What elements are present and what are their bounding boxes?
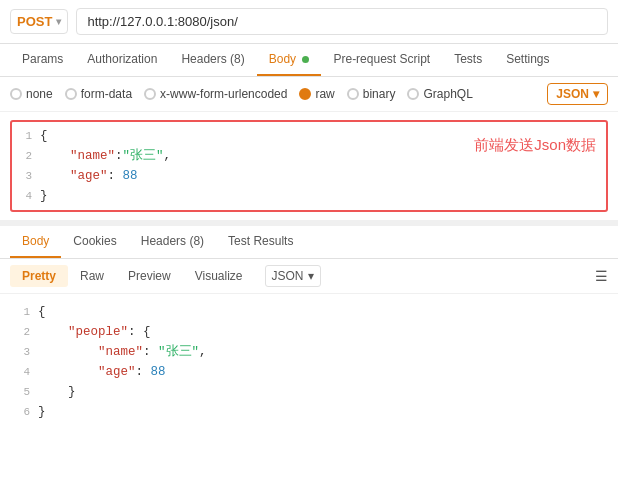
tab-pre-request[interactable]: Pre-request Script bbox=[321, 44, 442, 76]
radio-form-data[interactable] bbox=[65, 88, 77, 100]
view-visualize[interactable]: Visualize bbox=[183, 265, 255, 287]
radio-graphql[interactable] bbox=[407, 88, 419, 100]
resp-line-5: 5 } bbox=[10, 382, 608, 402]
body-options-row: none form-data x-www-form-urlencoded raw… bbox=[0, 77, 618, 112]
filter-icon[interactable]: ☰ bbox=[595, 268, 608, 284]
option-none[interactable]: none bbox=[10, 87, 53, 101]
tab-settings[interactable]: Settings bbox=[494, 44, 561, 76]
json-type-dropdown[interactable]: JSON ▾ bbox=[547, 83, 608, 105]
resp-line-6: 6 } bbox=[10, 402, 608, 422]
resp-line-3: 3 "name": "张三", bbox=[10, 342, 608, 362]
view-raw[interactable]: Raw bbox=[68, 265, 116, 287]
resp-line-2: 2 "people": { bbox=[10, 322, 608, 342]
json-dropdown-chevron: ▾ bbox=[593, 87, 599, 101]
method-label: POST bbox=[17, 14, 52, 29]
response-tabs: Body Cookies Headers (8) Test Results bbox=[0, 226, 618, 259]
view-options-row: Pretty Raw Preview Visualize JSON ▾ ☰ bbox=[0, 259, 618, 294]
tab-tests[interactable]: Tests bbox=[442, 44, 494, 76]
resp-line-4: 4 "age": 88 bbox=[10, 362, 608, 382]
resp-format-chevron-icon: ▾ bbox=[308, 269, 314, 283]
request-tabs: Params Authorization Headers (8) Body Pr… bbox=[0, 44, 618, 77]
resp-line-1: 1 { bbox=[10, 302, 608, 322]
radio-urlencoded[interactable] bbox=[144, 88, 156, 100]
method-chevron-icon: ▾ bbox=[56, 16, 61, 27]
option-graphql[interactable]: GraphQL bbox=[407, 87, 472, 101]
view-pretty[interactable]: Pretty bbox=[10, 265, 68, 287]
method-dropdown[interactable]: POST ▾ bbox=[10, 9, 68, 34]
radio-raw[interactable] bbox=[299, 88, 311, 100]
tab-headers[interactable]: Headers (8) bbox=[169, 44, 256, 76]
resp-tab-body[interactable]: Body bbox=[10, 226, 61, 258]
url-input[interactable] bbox=[76, 8, 608, 35]
tab-authorization[interactable]: Authorization bbox=[75, 44, 169, 76]
resp-tab-test-results[interactable]: Test Results bbox=[216, 226, 305, 258]
req-line-4: 4 } bbox=[12, 186, 606, 206]
body-dot-indicator bbox=[302, 56, 309, 63]
option-urlencoded[interactable]: x-www-form-urlencoded bbox=[144, 87, 287, 101]
radio-none[interactable] bbox=[10, 88, 22, 100]
tab-params[interactable]: Params bbox=[10, 44, 75, 76]
annotation-label: 前端发送Json数据 bbox=[474, 136, 596, 155]
url-bar: POST ▾ bbox=[0, 0, 618, 44]
option-binary[interactable]: binary bbox=[347, 87, 396, 101]
resp-tab-cookies[interactable]: Cookies bbox=[61, 226, 128, 258]
radio-binary[interactable] bbox=[347, 88, 359, 100]
resp-format-dropdown[interactable]: JSON ▾ bbox=[265, 265, 321, 287]
option-raw[interactable]: raw bbox=[299, 87, 334, 101]
response-body-code: 1 { 2 "people": { 3 "name": "张三", 4 "age… bbox=[10, 298, 608, 426]
view-preview[interactable]: Preview bbox=[116, 265, 183, 287]
option-form-data[interactable]: form-data bbox=[65, 87, 132, 101]
request-body-editor[interactable]: 1 { 2 "name":"张三", 3 "age": 88 4 } 前端发送J… bbox=[10, 120, 608, 212]
resp-tab-headers[interactable]: Headers (8) bbox=[129, 226, 216, 258]
req-line-3: 3 "age": 88 bbox=[12, 166, 606, 186]
tab-body[interactable]: Body bbox=[257, 44, 322, 76]
